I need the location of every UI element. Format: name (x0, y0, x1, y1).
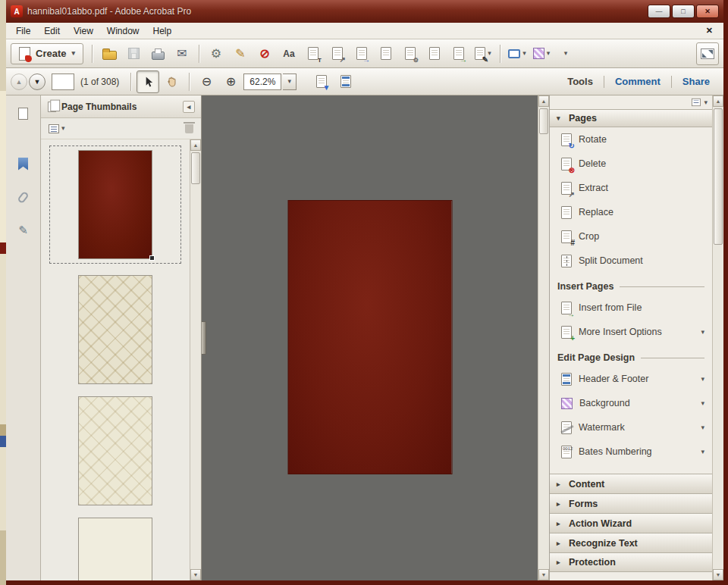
extract-pages-button[interactable]: ↗ (326, 42, 349, 65)
sign-document-button[interactable]: ✎ ▾ (472, 42, 494, 65)
menu-help[interactable]: Help (146, 23, 179, 39)
print-button[interactable] (146, 42, 169, 65)
zoom-dropdown-button[interactable]: ▾ (283, 74, 297, 90)
email-button[interactable]: ✉ (171, 42, 193, 65)
next-page-button[interactable]: ▼ (29, 74, 46, 90)
scroll-down-icon[interactable]: ▼ (190, 569, 201, 580)
maximize-button[interactable]: □ (672, 5, 695, 18)
highlighter-button[interactable]: ✎ (229, 42, 252, 65)
more-tools-icon: ▾ (564, 50, 568, 57)
pages-item-delete[interactable]: ⊗ Delete (550, 152, 712, 176)
menu-view[interactable]: View (67, 23, 100, 39)
scroll-up-icon[interactable]: ▲ (713, 95, 723, 107)
scroll-down-icon[interactable]: ▼ (713, 569, 723, 580)
expand-toolbar-button[interactable] (696, 42, 719, 65)
bookmarks-rail-button[interactable] (12, 153, 35, 174)
down-arrow-icon: ▼ (34, 78, 41, 86)
acrobat-app-icon[interactable]: A (11, 5, 23, 17)
section-content[interactable]: ▸ Content (550, 474, 712, 493)
preferences-gear-icon: ⚙ (211, 48, 221, 60)
collapse-panel-button[interactable]: ◂ (183, 101, 195, 113)
insert-from-file-button[interactable]: → (447, 42, 470, 65)
minimize-button[interactable]: — (648, 5, 670, 18)
insert-item-more-insert-options[interactable]: + More Insert Options ▾ (550, 320, 712, 344)
replace-pages-button[interactable] (375, 42, 397, 65)
thumbnail-page-3[interactable] (79, 397, 152, 505)
chevron-down-icon: ▾ (701, 376, 704, 383)
stamp-icon (533, 48, 544, 59)
zoom-out-button[interactable]: ⊖ (195, 70, 218, 93)
scrollbar-thumb[interactable] (714, 108, 723, 245)
select-tool-button[interactable] (136, 70, 159, 93)
zoom-in-button[interactable]: ⊕ (219, 70, 242, 93)
insert-item-insert-from-file[interactable]: → Insert from File (550, 296, 712, 320)
thumbnail-page-2[interactable] (79, 276, 152, 383)
section-action-wizard[interactable]: ▸ Action Wizard (550, 513, 712, 533)
thumbnail-resize-handle[interactable] (149, 255, 155, 261)
menu-edit[interactable]: Edit (37, 23, 67, 39)
edit-document-text-button[interactable]: Aa (278, 42, 300, 65)
save-file-button[interactable] (122, 42, 145, 65)
pages-item-rotate[interactable]: ↻ Rotate (550, 127, 712, 152)
section-protection[interactable]: ▸ Protection (550, 552, 712, 572)
pages-item-crop[interactable]: # Crop (550, 224, 712, 249)
menu-file[interactable]: File (9, 23, 37, 39)
panel-splitter-handle[interactable] (202, 321, 206, 355)
signatures-rail-button[interactable]: ✎ (12, 220, 35, 241)
pages-item-split-document[interactable]: Split Document (550, 249, 712, 273)
panel-options-icon[interactable] (692, 99, 701, 106)
scroll-up-icon[interactable]: ▲ (190, 139, 201, 151)
thumbnail-page-1[interactable] (79, 151, 152, 258)
divider (641, 358, 704, 358)
more-tools-button[interactable]: ▾ (554, 42, 577, 65)
close-button[interactable]: ✕ (696, 5, 719, 18)
thumbnails-options-button[interactable]: ▾ (49, 124, 65, 133)
delete-pages-trash-icon[interactable] (185, 124, 193, 133)
typewriter-button[interactable]: T (302, 42, 325, 65)
scrollbar-thumb[interactable] (539, 108, 548, 134)
close-document-icon[interactable]: ✕ (698, 26, 720, 36)
thumbnail-page-4[interactable] (79, 518, 152, 580)
pages-item-extract[interactable]: ↗ Extract (550, 176, 712, 200)
chevron-down-icon[interactable]: ▾ (704, 99, 708, 106)
preferences-button[interactable]: ⚙ (205, 42, 228, 65)
text-comment-button[interactable]: ▾ (506, 42, 529, 65)
fit-page-button[interactable] (334, 70, 357, 93)
design-item-header-footer[interactable]: Header & Footer ▾ (550, 367, 712, 391)
scroll-up-icon[interactable]: ▲ (538, 95, 549, 107)
insert-pages-button[interactable]: → (350, 42, 373, 65)
design-item-background[interactable]: Background ▾ (550, 391, 712, 415)
stamp-button[interactable]: ▾ (530, 42, 553, 65)
hand-tool-button[interactable] (161, 70, 184, 93)
tab-comment[interactable]: Comment (606, 71, 670, 92)
thumbnail-page-1-selected[interactable] (49, 145, 181, 264)
tab-share[interactable]: Share (673, 71, 719, 92)
redaction-button[interactable]: ⊘ (253, 42, 276, 65)
previous-page-button[interactable]: ▲ (11, 74, 27, 90)
zoom-level-value[interactable]: 62.2% (243, 74, 281, 90)
fit-page-icon (340, 75, 351, 88)
chevron-down-icon: ▾ (547, 50, 551, 57)
design-item-bates-numbering[interactable]: 0012 Bates Numbering ▾ (550, 440, 712, 464)
tab-tools[interactable]: Tools (558, 71, 602, 92)
page-thumbnails-rail-button[interactable] (12, 103, 35, 124)
scrolling-mode-button[interactable]: ▼ (310, 70, 333, 93)
attachments-rail-button[interactable] (12, 186, 35, 208)
create-button[interactable]: Create ▾ (11, 43, 83, 64)
pages-item-replace[interactable]: Replace (550, 200, 712, 224)
page-number-input[interactable] (52, 74, 74, 90)
blank-page-button[interactable] (423, 42, 446, 65)
toolbar-separator (92, 45, 93, 63)
section-pages[interactable]: ▾ Pages (550, 109, 712, 127)
menu-window[interactable]: Window (100, 23, 146, 39)
scroll-down-icon[interactable]: ▼ (538, 569, 549, 580)
section-recognize-text[interactable]: ▸ Recognize Text (550, 533, 712, 552)
open-file-button[interactable] (98, 42, 121, 65)
section-forms[interactable]: ▸ Forms (550, 493, 712, 513)
rotate-page-icon: ↻ (561, 133, 572, 146)
document-properties-button[interactable]: ⚙ (399, 42, 422, 65)
scrollbar-thumb[interactable] (191, 152, 200, 184)
thumbnails-scrollbar: ▲ ▼ (190, 139, 201, 580)
edit-page-design-subheading: Edit Page Design (550, 344, 712, 367)
design-item-watermark[interactable]: Watermark ▾ (550, 415, 712, 440)
